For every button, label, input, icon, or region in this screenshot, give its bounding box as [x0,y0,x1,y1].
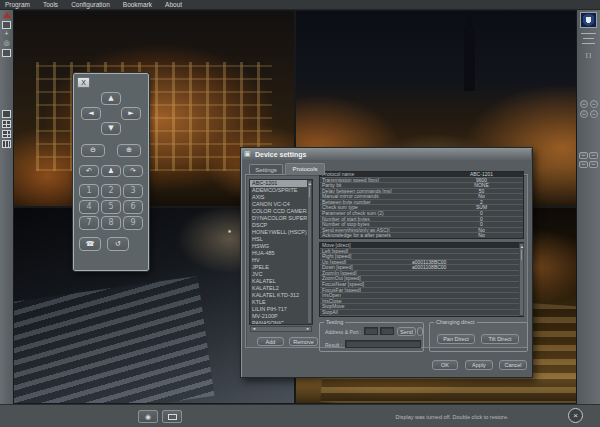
command-value[interactable] [410,304,474,309]
numpad-button-8[interactable]: 8 [101,216,121,230]
command-extra[interactable] [474,299,523,304]
address-input[interactable] [364,327,378,335]
numpad-button-4[interactable]: 4 [79,200,99,214]
command-extra[interactable] [474,254,523,259]
window-export-icon[interactable] [2,49,11,57]
zoom-in-button[interactable]: ⊕ [117,144,141,157]
numpad-button-3[interactable]: 3 [123,184,143,198]
command-value[interactable] [410,288,474,293]
command-value[interactable] [410,293,474,298]
cam-adjust-button-4[interactable]: – [590,110,598,118]
command-extra[interactable] [474,310,523,315]
command-extra[interactable] [474,276,523,281]
command-extra[interactable] [474,260,523,265]
scroll-thumb[interactable] [521,250,522,260]
protocol-list-item[interactable]: HV [250,257,312,264]
property-value[interactable]: 0 [440,217,523,222]
ptz-close-button[interactable]: X [77,77,90,88]
protocol-list-item[interactable]: PANASONIC [250,320,312,325]
cam-adjust-button-2[interactable]: – [590,100,598,108]
numpad-button-9[interactable]: 9 [123,216,143,230]
port-input[interactable] [380,327,394,335]
window-icon[interactable] [2,21,11,29]
zoom-out-button[interactable]: ⊖ [81,144,105,157]
ptz-up-button[interactable]: ▲ [101,92,121,105]
target-icon[interactable]: ◎ [2,39,11,47]
add-protocol-button[interactable]: Add [257,337,284,346]
numpad-button-5[interactable]: 5 [101,200,121,214]
menu-item-tools[interactable]: Tools [43,0,58,9]
command-value[interactable]: a0001108BC00 [410,265,474,270]
remove-protocol-button[interactable]: Remove [289,337,318,346]
scroll-up-icon[interactable]: ▲ [520,244,523,249]
auto-pan-button[interactable]: ♟ [101,165,121,177]
command-value[interactable] [410,249,474,254]
numpad-button-7[interactable]: 7 [79,216,99,230]
protocol-list-item[interactable]: ADEMCO/SPRITE [250,187,312,194]
command-extra[interactable] [474,293,523,298]
protocol-list-item[interactable]: MV-2100P [250,313,312,320]
command-value[interactable] [410,299,474,304]
menu-item-bookmark[interactable]: Bookmark [123,0,152,9]
cam-adjust-button-1[interactable]: – [580,100,588,108]
numpad-button-2[interactable]: 2 [101,184,121,198]
cancel-button[interactable]: Cancel [499,360,527,370]
cam-adjust-button-3[interactable]: – [580,110,588,118]
protocol-list-item[interactable]: KALATEL KTD-312 [250,292,312,299]
command-value[interactable]: a0001138BC00 [410,260,474,265]
numpad-button-6[interactable]: 6 [123,200,143,214]
protocol-list-item[interactable]: HUA-485 [250,250,312,257]
slow-speed-button[interactable]: ↶ [79,165,99,177]
command-extra[interactable] [474,265,523,270]
alarm-icon[interactable] [3,12,11,18]
numpad-button-1[interactable]: 1 [79,184,99,198]
command-extra[interactable] [474,304,523,309]
screen-layout-button[interactable] [162,410,182,423]
command-extra[interactable] [474,271,523,276]
protocol-list-item[interactable]: HSL [250,236,312,243]
image-adjust-button-2[interactable]: – [589,152,598,159]
send-options-button[interactable] [417,327,423,336]
menu-item-program[interactable]: Program [5,0,30,9]
protocol-list-item[interactable]: ABC-1201 [250,180,312,187]
protocol-list-item[interactable]: KALATEL [250,278,312,285]
layout-single-icon[interactable] [2,110,11,118]
protocol-list-item[interactable]: LILIN PIH-717 [250,306,312,313]
plus-icon[interactable]: + [2,30,11,38]
menu-item-configuration[interactable]: Configuration [71,0,110,9]
apply-button[interactable]: Apply [465,360,493,370]
command-row[interactable]: StopAll [320,310,523,316]
protocol-list-item[interactable]: KTLE [250,299,312,306]
property-value[interactable]: SUM [440,205,523,210]
command-extra[interactable] [474,249,523,254]
scroll-right-icon[interactable]: ► [306,327,310,331]
tab-protocols[interactable]: Protocols [285,163,325,175]
property-value[interactable]: No [440,233,523,238]
result-input[interactable] [345,340,421,348]
scroll-thumb[interactable] [309,187,310,197]
protocol-list-item[interactable]: HONEYWELL (HSCP) [250,229,312,236]
property-value[interactable]: No [440,194,523,199]
protocol-list-item[interactable]: DSCP [250,222,312,229]
protocol-list-item[interactable]: COLOR CCD CAMERA [250,208,312,215]
property-value[interactable]: 9600 [440,178,523,183]
command-value[interactable] [410,282,474,287]
layout-3x3-icon[interactable] [2,140,11,148]
image-adjust-button-1[interactable]: – [579,152,588,159]
protocol-list-item[interactable]: HSWG [250,243,312,250]
pan-direct-button[interactable]: Pan Direct [437,334,475,344]
layout-1plus-icon[interactable] [2,130,11,138]
protocol-list-hscrollbar[interactable]: ◄ ► [250,326,312,332]
protocol-list[interactable]: ABC-1201ADEMCO/SPRITEAXISCANON VC-C4COLO… [249,179,313,325]
ptz-right-button[interactable]: ► [121,107,141,120]
window-close-button[interactable]: × [568,408,583,423]
ok-button[interactable]: OK [432,360,458,370]
property-value[interactable]: 0 [440,211,523,216]
command-value[interactable] [410,276,474,281]
fast-speed-button[interactable]: ↷ [123,165,143,177]
scroll-up-icon[interactable]: ▲ [308,181,311,186]
command-extra[interactable] [474,282,523,287]
property-value[interactable]: 50 [440,189,523,194]
property-value[interactable]: No [440,228,523,233]
property-value[interactable]: NONE [440,183,523,188]
